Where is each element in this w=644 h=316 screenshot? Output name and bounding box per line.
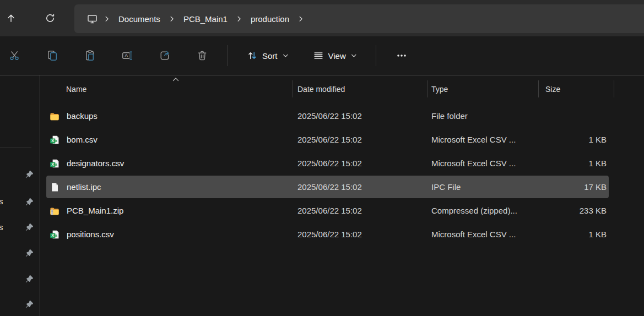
ellipsis-icon [396, 50, 408, 62]
column-header-type[interactable]: Type [427, 85, 538, 94]
chevron-right-icon[interactable] [296, 14, 305, 23]
file-size: 1 KB [538, 135, 614, 144]
file-row-PCB_Main1.zip[interactable]: PCB_Main1.zip2025/06/22 15:02Compressed … [40, 199, 614, 222]
pin-icon[interactable] [25, 275, 34, 284]
pin-icon[interactable] [25, 300, 34, 309]
file-date-modified: 2025/06/22 15:02 [293, 159, 427, 168]
this-pc-icon [86, 13, 98, 25]
toolbar-divider [376, 45, 376, 66]
column-divider[interactable] [427, 80, 427, 97]
chevron-down-icon [350, 52, 357, 59]
svg-text:a: a [55, 233, 57, 237]
content-area: s s Name Date modified Type Size backups… [0, 75, 644, 316]
sidebar-item-label-fragment[interactable]: s [0, 222, 3, 232]
file-row-backups[interactable]: backups2025/06/22 15:02File folder [40, 104, 614, 128]
view-button-label: View [328, 51, 346, 61]
svg-text:a: a [55, 138, 57, 142]
file-date-modified: 2025/06/22 15:02 [293, 135, 427, 144]
pin-icon[interactable] [25, 223, 34, 232]
file-date-modified: 2025/06/22 15:02 [293, 230, 427, 239]
file-type: Microsoft Excel CSV ... [427, 135, 538, 144]
file-list: backups2025/06/22 15:02File folderaXbom.… [40, 102, 644, 246]
file-row-positions.csv[interactable]: aXpositions.csv2025/06/22 15:02Microsoft… [40, 222, 614, 246]
cut-button[interactable] [3, 45, 27, 67]
copy-icon [46, 50, 58, 62]
file-date-modified: 2025/06/22 15:02 [293, 206, 427, 215]
column-header-size[interactable]: Size [538, 85, 614, 94]
file-size: 17 KB [538, 182, 614, 192]
file-size: 1 KB [538, 230, 614, 239]
chevron-down-icon [282, 52, 289, 59]
pin-icon[interactable] [25, 249, 34, 258]
file-size: 233 KB [538, 206, 614, 215]
copy-button[interactable] [40, 45, 64, 67]
column-header-date-modified[interactable]: Date modified [293, 85, 427, 94]
more-options-button[interactable] [389, 45, 414, 67]
chevron-right-icon[interactable] [102, 14, 111, 23]
trash-icon [196, 50, 208, 62]
svg-text:X: X [51, 162, 54, 167]
view-button[interactable]: View [307, 45, 362, 67]
file-name: positions.csv [67, 230, 114, 239]
address-bar[interactable]: Documents PCB_Main1 production [74, 4, 644, 33]
file-type: IPC File [427, 182, 538, 192]
zip-icon [50, 206, 59, 216]
excel-csv-icon: aX [50, 159, 59, 168]
file-list-panel: Name Date modified Type Size backups2025… [40, 75, 644, 316]
breadcrumb-item-documents[interactable]: Documents [111, 14, 167, 24]
delete-button[interactable] [190, 45, 214, 67]
view-icon [313, 50, 324, 61]
breadcrumb-item-production[interactable]: production [243, 14, 296, 24]
up-button[interactable] [1, 8, 21, 29]
pin-icon[interactable] [25, 198, 34, 206]
sidebar-item-label-fragment[interactable]: s [0, 197, 3, 206]
command-bar: A Sort View [0, 36, 644, 75]
file-name: backups [67, 111, 98, 121]
file-type: Compressed (zipped)... [427, 206, 538, 215]
sort-button[interactable]: Sort [241, 45, 294, 67]
file-row-bom.csv[interactable]: aXbom.csv2025/06/22 15:02Microsoft Excel… [40, 128, 614, 151]
folder-icon [50, 111, 59, 121]
pin-icon[interactable] [25, 170, 34, 179]
sort-icon [247, 50, 258, 61]
file-row-netlist.ipc[interactable]: netlist.ipc2025/06/22 15:02IPC File17 KB [40, 175, 614, 199]
column-header-name[interactable]: Name [40, 85, 293, 94]
file-date-modified: 2025/06/22 15:02 [293, 182, 427, 192]
breadcrumb-item-pcb-main1[interactable]: PCB_Main1 [176, 14, 235, 24]
file-icon [50, 182, 59, 192]
paste-icon [84, 50, 96, 62]
rename-button[interactable]: A [115, 45, 139, 67]
file-name: designators.csv [67, 159, 124, 168]
refresh-button[interactable] [40, 8, 61, 29]
file-size: 1 KB [538, 159, 614, 168]
file-name: bom.csv [67, 135, 98, 144]
file-date-modified: 2025/06/22 15:02 [293, 111, 427, 121]
refresh-icon [45, 13, 56, 24]
chevron-right-icon[interactable] [235, 14, 243, 23]
file-row-designators.csv[interactable]: aXdesignators.csv2025/06/22 15:02Microso… [40, 151, 614, 175]
file-type: Microsoft Excel CSV ... [427, 159, 538, 168]
column-divider[interactable] [538, 80, 539, 97]
file-name: PCB_Main1.zip [67, 206, 123, 215]
sort-ascending-indicator-icon [172, 77, 180, 82]
share-button[interactable] [153, 45, 177, 67]
toolbar-divider [228, 45, 228, 66]
rename-icon: A [121, 50, 133, 62]
excel-csv-icon: aX [50, 135, 59, 145]
navigation-pane: s s [0, 75, 40, 316]
column-divider[interactable] [293, 80, 293, 97]
column-header-row: Name Date modified Type Size [40, 75, 614, 102]
file-type: Microsoft Excel CSV ... [427, 230, 538, 239]
svg-text:X: X [51, 233, 54, 238]
sidebar-divider [0, 148, 31, 148]
chevron-right-icon[interactable] [167, 14, 176, 23]
sort-button-label: Sort [262, 51, 278, 61]
navigation-bar: Documents PCB_Main1 production [0, 0, 644, 36]
file-name: netlist.ipc [67, 182, 101, 192]
scissors-icon [9, 50, 21, 62]
column-divider[interactable] [614, 80, 614, 97]
svg-text:a: a [55, 162, 57, 166]
svg-text:X: X [51, 138, 54, 143]
share-icon [159, 50, 171, 62]
paste-button[interactable] [78, 45, 102, 67]
